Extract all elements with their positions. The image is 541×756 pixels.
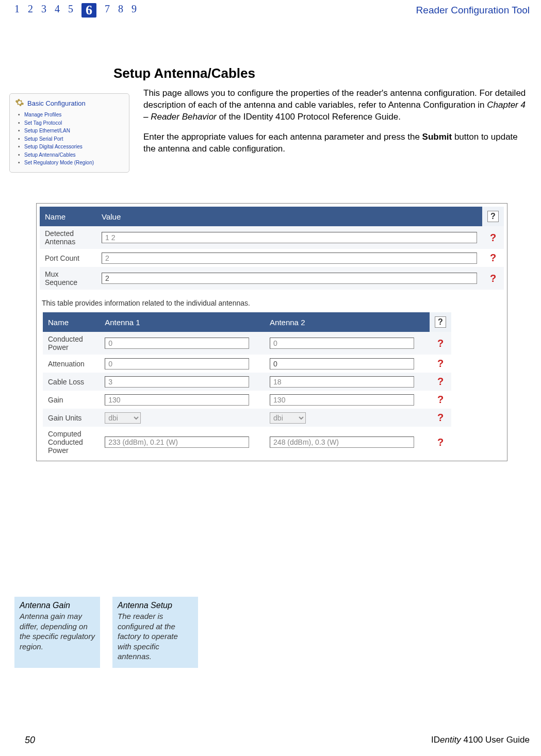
cable-loss-a1-input [105,376,249,388]
intro-text: This page allows you to configure the pr… [143,88,526,155]
row-computed-power-label: Computed Conducted Power [43,427,100,458]
section-heading: Setup Antenna/Cables [113,65,255,81]
sidebar-title: Basic Configuration [27,99,86,107]
help-icon[interactable]: ? [435,316,446,328]
callout-title: Antenna Setup [118,601,193,610]
page-nav-3[interactable]: 3 [41,3,46,18]
help-icon[interactable]: ? [437,436,444,448]
th2-antenna1: Antenna 1 [100,312,265,332]
footer-guide-mid: entity [440,735,461,745]
intro-submit-ref: Submit [422,132,452,142]
page-nav-1[interactable]: 1 [14,3,20,18]
detected-antennas-input [102,232,477,243]
page-nav-7[interactable]: 7 [105,3,110,18]
callout-antenna-gain: Antenna Gain Antenna gain may differ, de… [14,597,100,668]
intro-p1a: This page allows you to configure the pr… [143,88,526,110]
chapter-page-nav: 1 2 3 4 5 6 7 8 9 [14,3,137,18]
gear-icon [15,98,24,109]
sidebar-item-setup-ethernet[interactable]: Setup Ethernet/LAN [24,127,124,135]
conducted-power-a1-input [105,338,249,349]
help-icon[interactable]: ? [487,211,499,222]
callout-title: Antenna Gain [20,601,95,610]
page-nav-4[interactable]: 4 [55,3,60,18]
top-bar: 1 2 3 4 5 6 7 8 9 Reader Configuration T… [0,3,541,18]
intro-p2a: Enter the appropriate values for each an… [143,132,422,142]
th-help[interactable]: ? [482,207,504,226]
row-cable-loss-label: Cable Loss [43,373,100,391]
th-value: Value [96,207,482,226]
help-icon[interactable]: ? [490,232,496,243]
help-icon[interactable]: ? [490,252,496,263]
callout-body: The reader is configured at the factory … [118,611,193,662]
footer-page-number: 50 [25,735,35,746]
row-detected-antennas-label: Detected Antennas [40,226,96,249]
sidebar-item-setup-digital[interactable]: Setup Digital Accessories [24,143,124,151]
gain-a1-input [105,394,249,406]
port-count-input [102,253,477,264]
panel-note: This table provides information related … [42,299,504,307]
antenna-detail-table: Name Antenna 1 Antenna 2 ? Conducted Pow… [43,312,451,458]
intro-guide-ref: IDentity 4100 Protocol Reference Guide [243,112,399,122]
help-icon[interactable]: ? [437,338,444,349]
cable-loss-a2-input [270,376,414,388]
row-port-count-label: Port Count [40,249,96,267]
page-nav-5[interactable]: 5 [68,3,73,18]
row-attenuation-label: Attenuation [43,355,100,373]
page-footer: 50 IDentity 4100 User Guide [0,735,541,746]
row-mux-sequence-label: Mux Sequence [40,267,96,290]
sidebar-item-setup-antenna[interactable]: Setup Antenna/Cables [24,151,124,159]
page-nav-9[interactable]: 9 [132,3,137,18]
footer-guide-suffix: 4100 User Guide [461,735,530,745]
help-icon[interactable]: ? [437,394,444,405]
sidebar-item-manage-profiles[interactable]: Manage Profiles [24,111,124,119]
help-icon[interactable]: ? [437,412,444,423]
intro-p1c: . [398,112,401,122]
row-gain-units-label: Gain Units [43,409,100,427]
th2-help[interactable]: ? [430,312,451,332]
footer-guide-prefix: ID [431,735,440,745]
page-nav-6-current[interactable]: 6 [81,3,96,18]
intro-p1b: of the [217,112,243,122]
computed-power-a1-input [105,436,249,448]
sidebar-item-set-regulatory[interactable]: Set Regulatory Mode (Region) [24,159,124,167]
callout-notes: Antenna Gain Antenna gain may differ, de… [14,597,198,668]
attenuation-a2-input[interactable] [270,358,414,369]
callout-body: Antenna gain may differ, depending on th… [20,611,95,651]
help-icon[interactable]: ? [437,358,444,369]
page-nav-8[interactable]: 8 [118,3,123,18]
tool-name: Reader Configuration Tool [416,5,530,16]
callout-antenna-setup: Antenna Setup The reader is configured a… [112,597,198,668]
sidebar-item-set-tag-protocol[interactable]: Set Tag Protocol [24,119,124,127]
gain-units-a2-select[interactable]: dbi [270,412,306,424]
sidebar-basic-configuration: Basic Configuration Manage Profiles Set … [9,93,129,173]
attenuation-a1-input [105,358,249,369]
antenna-summary-table: Name Value ? Detected Antennas ? Port Co… [40,207,504,290]
footer-guide-name: IDentity 4100 User Guide [431,735,530,746]
gain-units-a1-select[interactable]: dbi [105,412,141,424]
help-icon[interactable]: ? [437,376,444,387]
th2-name: Name [43,312,100,332]
gain-a2-input [270,394,414,406]
config-panel: Name Value ? Detected Antennas ? Port Co… [36,203,507,461]
row-conducted-power-label: Conducted Power [43,332,100,355]
conducted-power-a2-input [270,338,414,349]
row-gain-label: Gain [43,391,100,409]
page-nav-2[interactable]: 2 [28,3,33,18]
th2-antenna2: Antenna 2 [265,312,430,332]
help-icon[interactable]: ? [490,273,496,284]
computed-power-a2-input [270,436,414,448]
sidebar-item-setup-serial[interactable]: Setup Serial Port [24,135,124,143]
mux-sequence-input[interactable] [102,273,477,284]
th-name: Name [40,207,96,226]
sidebar-header: Basic Configuration [15,98,124,109]
